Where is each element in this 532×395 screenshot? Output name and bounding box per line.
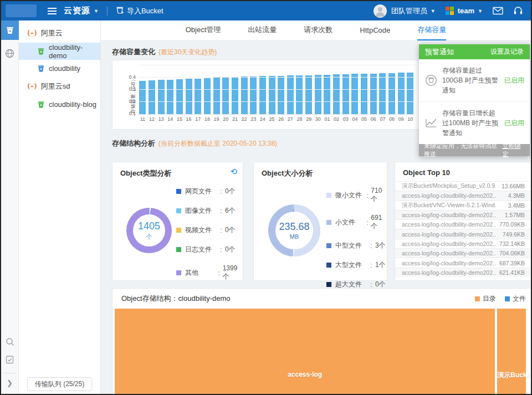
legend-item-视频文件: 视频文件: 0个 (176, 225, 243, 235)
capacity-bar (351, 74, 358, 114)
object-size-legend: 微小文件: 710个 小文件: 691个 中型文件: 3个 大型文件: 1个 超… (326, 187, 387, 289)
logo (6, 4, 37, 17)
capacity-bar (195, 79, 201, 114)
topbar: 云资源 ▼ 导入Bucket 团队管理员 ▼ team ▼ (1, 1, 531, 20)
role-label[interactable]: 团队管理员 (391, 6, 427, 16)
tab-HttpCode[interactable]: HttpCode (360, 20, 390, 40)
top10-row[interactable]: 演示Bucket/VNC-Viewer-5.2.1-Wind...3.4MB (395, 201, 531, 210)
legend-swatch (176, 270, 181, 275)
y-axis-label: 存储容量（GB） (130, 76, 137, 114)
task-list-icon[interactable] (6, 355, 14, 364)
legend-swatch (176, 228, 181, 233)
chevron-down-icon[interactable]: ▼ (94, 8, 99, 14)
top10-row[interactable]: access-log/log-cloudbility-demo202...1.5… (395, 210, 531, 219)
alert-footer: 未绑定应用，无法获得消息推送 立即绑定 (419, 144, 530, 156)
trend-chart-icon (424, 117, 438, 129)
legend-swatch (176, 189, 181, 194)
object-type-total: 1405 (138, 220, 160, 232)
capacity-bar (370, 74, 377, 114)
capacity-bar (361, 74, 367, 114)
headset-icon[interactable] (513, 6, 523, 16)
storage-legend: 目录文件 (475, 294, 526, 304)
top10-row[interactable]: access-log/log-cloudbility-demo202...621… (395, 268, 531, 277)
divider (107, 7, 108, 16)
y-axis: 存储容量（GB） 0.10.20.30.4 (116, 66, 138, 126)
object-size-card: Object大小分析 235.68 MB 微小文件: 710个 小文件: 691… (253, 162, 387, 281)
object-top10-list: 演示Bucket/Mockplus_Setup_v2.0.9.1...13.66… (395, 181, 531, 277)
tab-出站流量[interactable]: 出站流量 (248, 20, 277, 40)
treemap-region-access-log[interactable]: access-log (115, 309, 495, 394)
capacity-bar (204, 78, 211, 114)
card-refresh-icon[interactable]: ⟲ (230, 167, 237, 176)
top10-row[interactable]: access-log/log-cloudbility-demo202...749… (395, 229, 531, 238)
legend-item-日志文件: 日志文件: 0个 (176, 245, 243, 254)
bucket-plus-icon (116, 6, 124, 16)
bucket-icon (37, 48, 45, 55)
alert-rule-status: 已启用 (504, 119, 524, 128)
top10-row[interactable]: 演示Bucket/Mockplus_Setup_v2.0.9.1...13.66… (395, 181, 531, 191)
legend-swatch (326, 263, 331, 268)
bucket-tabs: Object管理出站流量请求次数HttpCode存储容量 (101, 20, 531, 41)
treemap-region-演示Bucket[interactable]: 演示Bucket (497, 309, 526, 394)
mail-icon[interactable] (493, 7, 503, 15)
capacity-bar (232, 77, 238, 114)
tab-Object管理[interactable]: Object管理 (186, 20, 221, 40)
transfer-queue-button[interactable]: 传输队列 (25/25) (27, 377, 92, 391)
structure-subtitle: (当前分析数据截止至 2020-05-20 13:38) (158, 139, 277, 148)
capacity-bar (149, 80, 155, 114)
capacity-bar (296, 75, 303, 114)
chevron-down-icon[interactable]: ▼ (478, 8, 483, 14)
top10-row[interactable]: access-log/log-cloudbility-demo202...704… (395, 248, 531, 258)
rail-item-buckets[interactable] (1, 20, 19, 40)
tab-请求次数[interactable]: 请求次数 (304, 20, 332, 40)
tree-item-cloudbility-demo[interactable]: cloudbility-demo (19, 43, 100, 60)
legend-swatch (176, 208, 181, 213)
tree-group-阿里云sd[interactable]: (-)阿里云sd (19, 77, 100, 96)
capacity-chart-card: 存储容量（GB） 0.10.20.30.4 111213141516171819… (112, 60, 422, 130)
legend-item-中型文件: 中型文件: 3个 (326, 241, 387, 250)
capacity-bar (250, 76, 257, 114)
legend-swatch (326, 282, 331, 287)
object-size-total: 235.68 (279, 221, 309, 233)
bucket-icon (37, 65, 45, 73)
bucket-icon (37, 48, 45, 55)
avatar[interactable] (374, 4, 387, 18)
top10-row[interactable]: access-log/log-cloudbility-demo202...4.3… (395, 191, 531, 200)
tree-item-cloudbility-blog[interactable]: cloudbility-blog (19, 96, 100, 113)
search-icon[interactable] (6, 337, 14, 346)
menu-icon[interactable] (48, 8, 57, 14)
legend-swatch (505, 296, 510, 301)
team-label[interactable]: team (458, 7, 474, 15)
capacity-bar (269, 76, 275, 114)
capacity-bar (407, 73, 413, 114)
storage-treemap: access-log演示Bucket (115, 309, 526, 394)
tree-group-阿里云[interactable]: (-)阿里云 (19, 24, 100, 43)
tree-item-cloudbility[interactable]: cloudbility (19, 60, 100, 77)
bind-now-link[interactable]: 立即绑定 (503, 142, 525, 158)
legend-item-大型文件: 大型文件: 1个 (326, 260, 387, 270)
capacity-section-header: 存储容量变化 (最近30天变化趋势) (112, 47, 217, 57)
chevron-down-icon[interactable]: ▼ (431, 8, 436, 14)
legend-item-图像文件: 图像文件: 6个 (176, 206, 243, 216)
tab-存储容量[interactable]: 存储容量 (417, 20, 446, 40)
capacity-bar (333, 74, 340, 114)
capacity-bar (287, 75, 294, 114)
alert-settings-link[interactable]: 设置及记录 (490, 47, 524, 57)
alert-rule-text: 存储容量超过100GB 时产生预警通知 (442, 65, 500, 95)
app-title[interactable]: 云资源 (64, 6, 90, 16)
app-window: 云资源 ▼ 导入Bucket 团队管理员 ▼ team ▼ (0, 0, 532, 395)
storage-title-label: Object存储结构： (121, 294, 178, 302)
top10-row[interactable]: access-log/log-cloudbility-demo202...732… (395, 239, 531, 248)
capacity-bar (176, 79, 183, 114)
collapse-sidebar-icon[interactable]: ❯ (7, 379, 13, 387)
top10-row[interactable]: access-log/log-cloudbility-demo202...770… (395, 219, 531, 229)
rail-item-network-globe-icon[interactable] (5, 49, 14, 58)
object-type-card: Object类型分析 ⟲ 1405 个 网页文件: 0个 图像文件: 6个 视频… (112, 162, 243, 281)
capacity-subtitle: (最近30天变化趋势) (158, 48, 217, 57)
capacity-bar-chart (138, 66, 415, 115)
top10-row[interactable]: access-log/log-cloudbility-demo202...687… (395, 258, 531, 267)
import-bucket-button[interactable]: 导入Bucket (116, 6, 163, 16)
object-size-donut: 235.68 MB (268, 204, 320, 257)
capacity-bar (305, 75, 312, 114)
capacity-bar (342, 74, 349, 114)
